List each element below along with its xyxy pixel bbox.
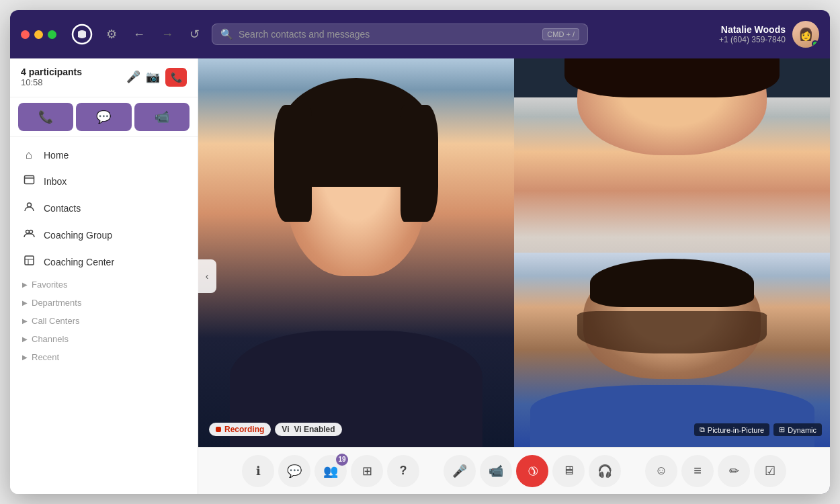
video-top-right xyxy=(514,58,830,253)
channels-chevron: ▶ xyxy=(22,335,28,343)
search-shortcut: CMD + / xyxy=(542,28,579,40)
user-info: Natalie Woods +1 (604) 359-7840 👩 xyxy=(719,21,819,48)
dynamic-label: Dynamic xyxy=(788,426,816,434)
main-content: 4 participants 10:58 🎤 📷 📞 📞 xyxy=(10,58,830,494)
coaching-group-icon xyxy=(22,228,36,243)
maximize-button[interactable] xyxy=(48,30,56,39)
contacts-icon xyxy=(22,201,36,216)
end-call-mini-button[interactable]: 📞 xyxy=(165,68,187,87)
user-phone: +1 (604) 359-7840 xyxy=(719,35,786,44)
help-button[interactable]: ? xyxy=(387,455,419,487)
nav-section-favorites[interactable]: ▶ Favorites xyxy=(10,276,198,294)
menu-button[interactable]: ≡ xyxy=(681,455,714,487)
close-button[interactable] xyxy=(21,30,30,39)
nav-label-contacts: Contacts xyxy=(44,203,81,214)
call-timer: 10:58 xyxy=(21,77,82,87)
nav-item-contacts[interactable]: Contacts xyxy=(10,195,198,222)
dynamic-icon: ⊞ xyxy=(779,425,785,434)
user-name: Natalie Woods xyxy=(719,24,786,35)
rec-dot xyxy=(216,427,221,432)
app-logo xyxy=(70,22,94,46)
mute-button[interactable]: 🎤 xyxy=(444,455,476,487)
video-badges: Recording Vi Vi Enabled xyxy=(209,423,342,436)
nav-item-coaching-center[interactable]: Coaching Center xyxy=(10,249,198,276)
search-icon: 🔍 xyxy=(220,28,233,40)
enabled-badge: Vi Vi Enabled xyxy=(275,423,341,436)
info-icon: ℹ xyxy=(256,464,261,478)
minimize-button[interactable] xyxy=(34,30,43,39)
avatar[interactable]: 👩 xyxy=(792,21,819,48)
nav-section-call-centers[interactable]: ▶ Call Centers xyxy=(10,312,198,330)
favorites-chevron: ▶ xyxy=(22,281,28,288)
chat-button[interactable]: 💬 xyxy=(278,455,310,487)
nav-items: ⌂ Home Inbox xyxy=(10,137,198,372)
nav-item-home[interactable]: ⌂ Home xyxy=(10,142,198,168)
nav-label-call-centers: Call Centers xyxy=(32,316,80,326)
video-action-icon: 📹 xyxy=(155,110,169,124)
refresh-button[interactable]: ↺ xyxy=(185,24,204,44)
recording-label: Recording xyxy=(224,425,264,434)
pip-badge: ⧉ Picture-in-Picture xyxy=(694,423,769,436)
checklist-button[interactable]: ☑ xyxy=(754,455,786,487)
screen-share-2-button[interactable]: 🖥 xyxy=(552,455,585,487)
pip-controls: ⧉ Picture-in-Picture ⊞ Dynamic xyxy=(694,423,822,436)
online-indicator xyxy=(812,40,818,47)
recent-chevron: ▶ xyxy=(22,353,28,361)
nav-item-inbox[interactable]: Inbox xyxy=(10,168,198,195)
help-icon: ? xyxy=(400,464,407,478)
share-screen-button[interactable]: ⊞ xyxy=(351,455,383,487)
mini-call-controls: 🎤 📷 📞 xyxy=(126,68,187,87)
nav-label-channels: Channels xyxy=(32,334,69,344)
call-status: 4 participants 10:58 🎤 📷 📞 xyxy=(10,58,198,97)
message-action-icon: 💬 xyxy=(96,110,111,124)
main-window: ⚙ ← → ↺ 🔍 CMD + / Natalie Woods +1 (604)… xyxy=(10,10,830,494)
chat-icon: 💬 xyxy=(287,464,302,478)
video-toggle-button[interactable]: 📹 xyxy=(480,455,512,487)
participants-icon: 👥 xyxy=(323,464,338,478)
annotate-button[interactable]: ✏ xyxy=(718,455,750,487)
svg-rect-5 xyxy=(25,256,34,265)
svg-point-2 xyxy=(27,203,31,207)
bottom-toolbar: ℹ 💬 👥 19 ⊞ ? 🎤 xyxy=(198,447,830,494)
search-input[interactable] xyxy=(239,29,537,40)
participants-count: 4 participants xyxy=(21,67,82,77)
enabled-label: Vi Enabled xyxy=(294,425,335,434)
nav-item-coaching-group[interactable]: Coaching Group xyxy=(10,222,198,249)
headphone-button[interactable]: 🎧 xyxy=(589,455,621,487)
home-icon: ⌂ xyxy=(22,149,36,162)
phone-action-button[interactable]: 📞 xyxy=(18,103,73,131)
sidebar-collapse-button[interactable]: ‹ xyxy=(198,259,216,293)
nav-label-coaching-group: Coaching Group xyxy=(44,230,112,241)
video-area: ‹ xyxy=(198,58,830,494)
nav-section-departments[interactable]: ▶ Departments xyxy=(10,294,198,312)
search-bar: 🔍 CMD + / xyxy=(212,24,588,45)
departments-chevron: ▶ xyxy=(22,299,28,306)
camera-icon[interactable]: 📷 xyxy=(146,70,160,84)
phone-icon: 📞 xyxy=(171,72,182,83)
headphone-icon: 🎧 xyxy=(597,464,612,478)
inbox-icon xyxy=(22,174,36,189)
settings-button[interactable]: ⚙ xyxy=(102,24,121,44)
participants-button[interactable]: 👥 19 xyxy=(314,455,347,487)
vi-label: Vi xyxy=(282,425,289,434)
window-controls xyxy=(21,30,56,39)
video-icon: 📹 xyxy=(489,464,503,478)
message-action-button[interactable]: 💬 xyxy=(76,103,131,131)
emoji-button[interactable]: ☺ xyxy=(645,455,677,487)
svg-point-4 xyxy=(29,230,32,234)
nav-label-home: Home xyxy=(44,150,69,161)
back-button[interactable]: ← xyxy=(129,25,149,44)
nav-section-channels[interactable]: ▶ Channels xyxy=(10,330,198,348)
nav-section-recent[interactable]: ▶ Recent xyxy=(10,348,198,366)
info-button[interactable]: ℹ xyxy=(242,455,274,487)
video-action-button[interactable]: 📹 xyxy=(134,103,190,131)
forward-button[interactable]: → xyxy=(157,25,177,44)
nav-label-coaching-center: Coaching Center xyxy=(44,257,114,267)
end-call-button[interactable]: ✆ xyxy=(516,455,548,487)
pip-label: Picture-in-Picture xyxy=(708,426,764,434)
nav-label-favorites: Favorites xyxy=(32,280,67,290)
sidebar: 4 participants 10:58 🎤 📷 📞 📞 xyxy=(10,58,198,494)
mic-icon[interactable]: 🎤 xyxy=(126,70,140,84)
recording-badge: Recording xyxy=(209,423,271,436)
phone-action-icon: 📞 xyxy=(38,110,53,124)
